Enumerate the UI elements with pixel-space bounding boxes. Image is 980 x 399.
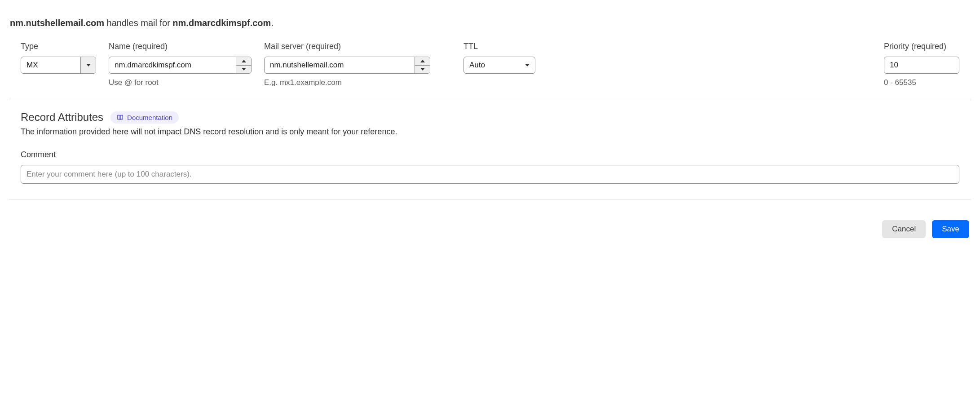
chevron-down-icon: [525, 64, 530, 66]
name-input[interactable]: [109, 57, 236, 73]
record-attributes-title: Record Attributes: [21, 111, 103, 124]
name-helper: Use @ for root: [109, 78, 252, 87]
chevron-up-icon: [420, 60, 425, 62]
priority-helper: 0 - 65535: [884, 78, 959, 87]
mail-combo[interactable]: [264, 57, 430, 74]
type-label: Type: [21, 42, 96, 51]
summary-sentence: nm.nutshellemail.com handles mail for nm…: [10, 18, 970, 28]
mail-spinner-down[interactable]: [415, 65, 430, 74]
record-attributes-section: Record Attributes Documentation The info…: [9, 111, 971, 184]
mail-spinner-up[interactable]: [415, 57, 430, 65]
priority-label: Priority (required): [884, 42, 959, 51]
priority-input[interactable]: [884, 57, 959, 74]
chevron-down-icon: [420, 68, 425, 71]
name-label: Name (required): [109, 42, 252, 51]
name-spinner[interactable]: [236, 57, 251, 73]
name-combo[interactable]: [109, 57, 252, 74]
summary-mid: handles mail for: [104, 18, 172, 28]
ttl-select[interactable]: Auto: [464, 57, 535, 74]
chevron-up-icon: [242, 60, 246, 62]
comment-label: Comment: [21, 150, 959, 160]
field-name: Name (required) Use @ for root: [109, 42, 252, 87]
mail-label: Mail server (required): [264, 42, 430, 51]
documentation-label: Documentation: [127, 114, 172, 121]
type-dropdown-button[interactable]: [80, 57, 96, 73]
book-icon: [117, 114, 124, 121]
ttl-label: TTL: [464, 42, 535, 51]
record-fields-row: Type MX Name (required) Use @ for root M…: [9, 42, 971, 100]
mail-input[interactable]: [265, 57, 415, 73]
ttl-value: Auto: [469, 61, 485, 70]
name-spinner-down[interactable]: [236, 65, 251, 74]
save-button[interactable]: Save: [932, 220, 969, 238]
divider: [9, 100, 971, 100]
field-priority: Priority (required) 0 - 65535: [884, 42, 959, 87]
mail-helper: E.g. mx1.example.com: [264, 78, 430, 87]
name-spinner-up[interactable]: [236, 57, 251, 65]
chevron-down-icon: [86, 64, 91, 66]
chevron-down-icon: [242, 68, 246, 71]
type-select[interactable]: MX: [21, 57, 96, 74]
field-mail-server: Mail server (required) E.g. mx1.example.…: [264, 42, 430, 87]
summary-mail-server: nm.nutshellemail.com: [10, 18, 104, 28]
summary-domain: nm.dmarcdkimspf.com: [172, 18, 271, 28]
field-ttl: TTL Auto: [464, 42, 535, 87]
comment-input[interactable]: [21, 165, 959, 184]
documentation-link[interactable]: Documentation: [110, 111, 179, 124]
record-attributes-description: The information provided here will not i…: [21, 127, 959, 137]
mail-spinner[interactable]: [415, 57, 430, 73]
divider: [9, 199, 971, 200]
type-value: MX: [21, 57, 80, 73]
summary-trailing: .: [271, 18, 274, 28]
field-type: Type MX: [21, 42, 96, 87]
form-footer: Cancel Save: [9, 210, 971, 240]
cancel-button[interactable]: Cancel: [882, 220, 926, 238]
